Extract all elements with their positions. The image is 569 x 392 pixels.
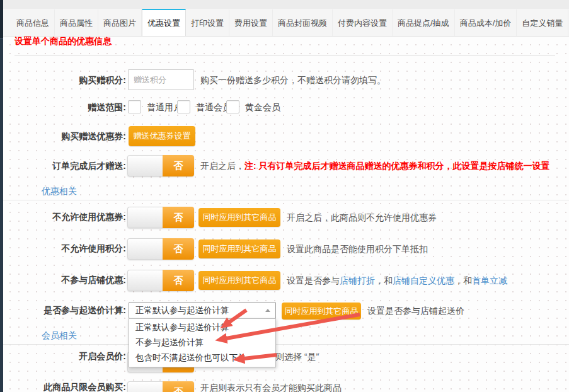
label-min-price-calc: 是否参与起送价计算: xyxy=(0,305,126,316)
label-gift-points: 购买赠积分: xyxy=(0,75,126,86)
no-coupon-toggle[interactable]: 否 xyxy=(127,207,194,228)
hint-prefix: 开启之后， xyxy=(200,161,244,171)
no-points-toggle[interactable]: 否 xyxy=(127,238,194,260)
first-order-reduction-link[interactable]: 首单立减 xyxy=(472,275,507,285)
promotion-settings-page: 商品信息 商品属性 商品图片 优惠设置 打印设置 费用设置 商品封面视频 付费内… xyxy=(0,0,569,392)
gift-coupon-settings-button[interactable]: 赠送优惠券设置 xyxy=(129,126,195,146)
tab-fee-settings[interactable]: 费用设置 xyxy=(229,9,273,36)
toggle-value: 否 xyxy=(163,270,194,291)
top-strip xyxy=(3,0,569,9)
tab-custom-sales[interactable]: 自定义销量 xyxy=(517,9,568,36)
toggle-value: 否 xyxy=(163,155,194,176)
tab-promotion-settings[interactable]: 优惠设置 xyxy=(142,9,186,36)
apply-to-others-button[interactable]: 同时应用到其它商品 xyxy=(198,239,280,258)
label-no-points: 不允许使用积分: xyxy=(0,243,126,255)
label-gift-scope: 赠送范围: xyxy=(0,102,126,113)
tab-product-info[interactable]: 商品信息 xyxy=(11,9,55,36)
dropdown-option-default[interactable]: 正常默认参与起送价计算 xyxy=(129,320,275,335)
divider xyxy=(3,200,569,200)
after-complete-hint: 开启之后，注: 只有订单完成后才赠送商品赠送的优惠券和积分，此设置是按店铺统一设… xyxy=(200,161,550,172)
apply-to-others-button[interactable]: 同时应用到其它商品 xyxy=(198,271,280,290)
tab-commission[interactable]: 商品提点/抽成 xyxy=(393,9,455,36)
label-member-price: 开启会员价: xyxy=(0,351,126,362)
hint-note: 注: 只有订单完成后才赠送商品赠送的优惠券和积分，此设置是按店铺统一设置 xyxy=(244,161,550,171)
checkbox-normal-user[interactable] xyxy=(128,100,141,113)
label-gift-coupon: 购买赠送优惠券: xyxy=(0,131,126,142)
after-complete-toggle[interactable]: 否 xyxy=(127,155,194,176)
member-only-hint: 开启则表示只有会员才能购买此商品 xyxy=(200,383,342,392)
no-points-hint: 设置此商品是否能使用积分下单抵扣 xyxy=(287,244,428,255)
no-shop-discount-toggle[interactable]: 否 xyxy=(127,270,194,291)
label-no-coupon: 不允许使用优惠券: xyxy=(0,212,126,223)
toggle-off-side xyxy=(127,270,163,291)
divider xyxy=(3,344,569,345)
tab-paid-content[interactable]: 付费内容设置 xyxy=(333,9,393,36)
section-member-related: 会员相关 xyxy=(42,330,77,342)
member-price-hint: 则选择 “是” xyxy=(275,352,319,363)
no-shop-discount-hint: 设置是否参与店铺打折，和店铺自定义优惠，和首单立减 xyxy=(287,275,507,287)
hint-sep: ，和 xyxy=(375,275,393,285)
label-after-complete: 订单完成后才赠送: xyxy=(0,161,126,172)
checkbox-gold-member[interactable] xyxy=(226,100,239,113)
label-no-shop-discount: 不参与店铺优惠: xyxy=(0,275,126,286)
custom-discount-link[interactable]: 店铺自定义优惠 xyxy=(393,275,454,285)
hint-sep: ，和 xyxy=(454,275,472,285)
min-price-select[interactable]: 正常默认参与起送价计算 xyxy=(129,302,276,319)
section-discount-related: 优惠相关 xyxy=(42,186,77,197)
selected-option: 正常默认参与起送价计算 xyxy=(135,305,265,316)
toggle-off-side xyxy=(127,381,163,392)
page-title: 设置单个商品的优惠信息 xyxy=(14,36,112,47)
checkbox-normal-member[interactable] xyxy=(177,100,190,113)
hint-prefix: 设置是否参与 xyxy=(287,275,340,285)
toggle-value: 否 xyxy=(163,381,194,392)
toggle-off-side xyxy=(127,155,163,176)
toggle-value: 否 xyxy=(163,207,194,228)
apply-to-others-button[interactable]: 同时应用到其它商品 xyxy=(282,303,361,320)
apply-to-others-button[interactable]: 同时应用到其它商品 xyxy=(198,208,280,227)
gift-points-input[interactable] xyxy=(128,69,194,90)
divider xyxy=(14,55,555,55)
toggle-off-side xyxy=(127,207,163,228)
member-only-toggle[interactable]: 否 xyxy=(127,381,194,392)
min-price-hint: 设置是否参与店铺起送价 xyxy=(367,306,464,317)
shop-discount-link[interactable]: 店铺打折 xyxy=(340,275,375,285)
tab-bar: 商品信息 商品属性 商品图片 优惠设置 打印设置 费用设置 商品封面视频 付费内… xyxy=(3,9,569,37)
tab-cover-video[interactable]: 商品封面视频 xyxy=(273,9,333,36)
dropdown-option-allow-under[interactable]: 包含时不满起送价也可以下单 xyxy=(129,350,275,366)
chevron-up-icon xyxy=(265,309,270,312)
toggle-off-side xyxy=(127,238,163,260)
tab-product-images[interactable]: 商品图片 xyxy=(98,9,142,36)
toggle-value: 否 xyxy=(163,238,194,260)
tab-product-attr[interactable]: 商品属性 xyxy=(55,9,98,36)
gift-points-hint: 购买一份赠送多少积分，不赠送积分请勿填写。 xyxy=(200,75,386,86)
dropdown-option-exclude[interactable]: 不参与起送价计算 xyxy=(129,335,275,350)
min-price-dropdown-panel: 正常默认参与起送价计算 不参与起送价计算 包含时不满起送价也可以下单 xyxy=(129,318,276,367)
checkbox-label-gold-member: 黄金会员 xyxy=(245,102,280,113)
no-coupon-hint: 开启之后，此商品则不允许使用优惠券 xyxy=(287,212,437,224)
tab-print-settings[interactable]: 打印设置 xyxy=(186,9,229,36)
tab-cost-markup[interactable]: 商品成本/加价 xyxy=(455,9,517,36)
label-member-only: 此商品只限会员购买: xyxy=(0,382,126,392)
